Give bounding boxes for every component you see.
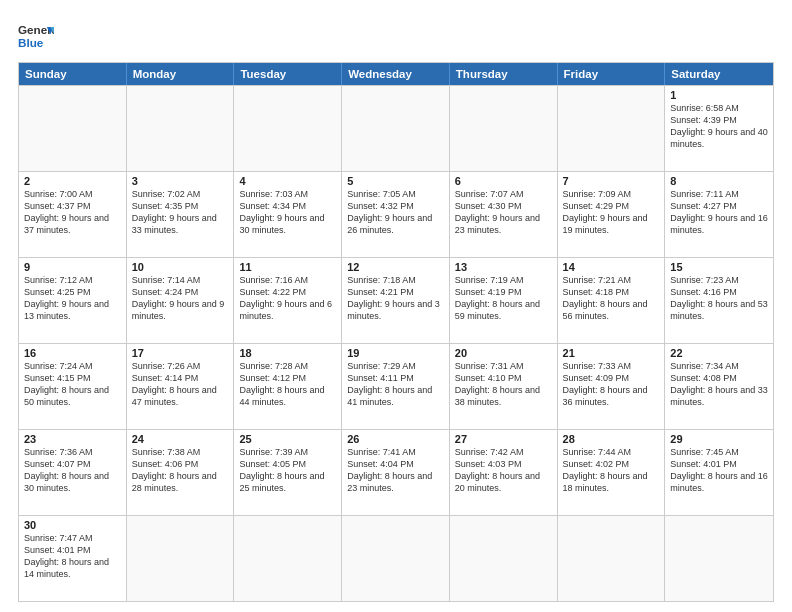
calendar-cell: 11Sunrise: 7:16 AM Sunset: 4:22 PM Dayli… xyxy=(234,258,342,343)
calendar-cell: 20Sunrise: 7:31 AM Sunset: 4:10 PM Dayli… xyxy=(450,344,558,429)
day-header-saturday: Saturday xyxy=(665,63,773,85)
calendar-cell: 24Sunrise: 7:38 AM Sunset: 4:06 PM Dayli… xyxy=(127,430,235,515)
day-header-tuesday: Tuesday xyxy=(234,63,342,85)
logo: General Blue xyxy=(18,18,54,54)
day-info: Sunrise: 7:34 AM Sunset: 4:08 PM Dayligh… xyxy=(670,360,768,409)
week-row-1: 2Sunrise: 7:00 AM Sunset: 4:37 PM Daylig… xyxy=(19,171,773,257)
day-number: 20 xyxy=(455,347,552,359)
day-info: Sunrise: 7:38 AM Sunset: 4:06 PM Dayligh… xyxy=(132,446,229,495)
day-number: 21 xyxy=(563,347,660,359)
calendar-cell: 30Sunrise: 7:47 AM Sunset: 4:01 PM Dayli… xyxy=(19,516,127,601)
day-info: Sunrise: 7:18 AM Sunset: 4:21 PM Dayligh… xyxy=(347,274,444,323)
day-info: Sunrise: 7:29 AM Sunset: 4:11 PM Dayligh… xyxy=(347,360,444,409)
day-number: 15 xyxy=(670,261,768,273)
day-info: Sunrise: 7:28 AM Sunset: 4:12 PM Dayligh… xyxy=(239,360,336,409)
day-number: 5 xyxy=(347,175,444,187)
calendar-cell: 3Sunrise: 7:02 AM Sunset: 4:35 PM Daylig… xyxy=(127,172,235,257)
header: General Blue xyxy=(18,18,774,54)
calendar-cell: 26Sunrise: 7:41 AM Sunset: 4:04 PM Dayli… xyxy=(342,430,450,515)
day-info: Sunrise: 7:47 AM Sunset: 4:01 PM Dayligh… xyxy=(24,532,121,581)
calendar-cell: 5Sunrise: 7:05 AM Sunset: 4:32 PM Daylig… xyxy=(342,172,450,257)
svg-text:Blue: Blue xyxy=(18,36,44,49)
day-number: 26 xyxy=(347,433,444,445)
day-info: Sunrise: 7:45 AM Sunset: 4:01 PM Dayligh… xyxy=(670,446,768,495)
calendar-cell xyxy=(342,86,450,171)
day-number: 2 xyxy=(24,175,121,187)
day-info: Sunrise: 7:24 AM Sunset: 4:15 PM Dayligh… xyxy=(24,360,121,409)
calendar-cell: 21Sunrise: 7:33 AM Sunset: 4:09 PM Dayli… xyxy=(558,344,666,429)
calendar-cell: 22Sunrise: 7:34 AM Sunset: 4:08 PM Dayli… xyxy=(665,344,773,429)
day-number: 1 xyxy=(670,89,768,101)
day-number: 10 xyxy=(132,261,229,273)
week-row-4: 23Sunrise: 7:36 AM Sunset: 4:07 PM Dayli… xyxy=(19,429,773,515)
day-number: 14 xyxy=(563,261,660,273)
day-info: Sunrise: 7:33 AM Sunset: 4:09 PM Dayligh… xyxy=(563,360,660,409)
day-info: Sunrise: 7:05 AM Sunset: 4:32 PM Dayligh… xyxy=(347,188,444,237)
calendar-cell xyxy=(450,516,558,601)
day-info: Sunrise: 7:16 AM Sunset: 4:22 PM Dayligh… xyxy=(239,274,336,323)
day-header-wednesday: Wednesday xyxy=(342,63,450,85)
calendar-cell: 8Sunrise: 7:11 AM Sunset: 4:27 PM Daylig… xyxy=(665,172,773,257)
calendar-cell: 27Sunrise: 7:42 AM Sunset: 4:03 PM Dayli… xyxy=(450,430,558,515)
calendar: SundayMondayTuesdayWednesdayThursdayFrid… xyxy=(18,62,774,602)
calendar-cell: 23Sunrise: 7:36 AM Sunset: 4:07 PM Dayli… xyxy=(19,430,127,515)
day-info: Sunrise: 7:39 AM Sunset: 4:05 PM Dayligh… xyxy=(239,446,336,495)
calendar-cell xyxy=(342,516,450,601)
calendar-cell xyxy=(234,516,342,601)
calendar-cell xyxy=(127,86,235,171)
day-info: Sunrise: 7:26 AM Sunset: 4:14 PM Dayligh… xyxy=(132,360,229,409)
day-info: Sunrise: 7:23 AM Sunset: 4:16 PM Dayligh… xyxy=(670,274,768,323)
calendar-cell xyxy=(19,86,127,171)
calendar-cell: 2Sunrise: 7:00 AM Sunset: 4:37 PM Daylig… xyxy=(19,172,127,257)
calendar-cell: 17Sunrise: 7:26 AM Sunset: 4:14 PM Dayli… xyxy=(127,344,235,429)
week-row-0: 1Sunrise: 6:58 AM Sunset: 4:39 PM Daylig… xyxy=(19,85,773,171)
page: General Blue SundayMondayTuesdayWednesda… xyxy=(0,0,792,612)
calendar-cell xyxy=(665,516,773,601)
calendar-cell xyxy=(234,86,342,171)
day-number: 18 xyxy=(239,347,336,359)
calendar-cell xyxy=(558,516,666,601)
day-info: Sunrise: 7:03 AM Sunset: 4:34 PM Dayligh… xyxy=(239,188,336,237)
day-info: Sunrise: 7:12 AM Sunset: 4:25 PM Dayligh… xyxy=(24,274,121,323)
calendar-cell: 15Sunrise: 7:23 AM Sunset: 4:16 PM Dayli… xyxy=(665,258,773,343)
day-number: 7 xyxy=(563,175,660,187)
calendar-cell: 18Sunrise: 7:28 AM Sunset: 4:12 PM Dayli… xyxy=(234,344,342,429)
calendar-cell: 29Sunrise: 7:45 AM Sunset: 4:01 PM Dayli… xyxy=(665,430,773,515)
day-info: Sunrise: 7:07 AM Sunset: 4:30 PM Dayligh… xyxy=(455,188,552,237)
weeks: 1Sunrise: 6:58 AM Sunset: 4:39 PM Daylig… xyxy=(19,85,773,601)
week-row-5: 30Sunrise: 7:47 AM Sunset: 4:01 PM Dayli… xyxy=(19,515,773,601)
calendar-cell: 19Sunrise: 7:29 AM Sunset: 4:11 PM Dayli… xyxy=(342,344,450,429)
day-header-thursday: Thursday xyxy=(450,63,558,85)
day-info: Sunrise: 7:41 AM Sunset: 4:04 PM Dayligh… xyxy=(347,446,444,495)
calendar-cell xyxy=(450,86,558,171)
logo-icon: General Blue xyxy=(18,18,54,54)
day-number: 8 xyxy=(670,175,768,187)
calendar-cell: 28Sunrise: 7:44 AM Sunset: 4:02 PM Dayli… xyxy=(558,430,666,515)
week-row-2: 9Sunrise: 7:12 AM Sunset: 4:25 PM Daylig… xyxy=(19,257,773,343)
day-info: Sunrise: 7:00 AM Sunset: 4:37 PM Dayligh… xyxy=(24,188,121,237)
day-number: 12 xyxy=(347,261,444,273)
day-info: Sunrise: 7:19 AM Sunset: 4:19 PM Dayligh… xyxy=(455,274,552,323)
calendar-cell xyxy=(127,516,235,601)
day-headers: SundayMondayTuesdayWednesdayThursdayFrid… xyxy=(19,63,773,85)
day-number: 6 xyxy=(455,175,552,187)
day-header-monday: Monday xyxy=(127,63,235,85)
calendar-cell: 4Sunrise: 7:03 AM Sunset: 4:34 PM Daylig… xyxy=(234,172,342,257)
day-number: 29 xyxy=(670,433,768,445)
day-info: Sunrise: 7:36 AM Sunset: 4:07 PM Dayligh… xyxy=(24,446,121,495)
calendar-cell: 6Sunrise: 7:07 AM Sunset: 4:30 PM Daylig… xyxy=(450,172,558,257)
day-number: 9 xyxy=(24,261,121,273)
day-info: Sunrise: 7:11 AM Sunset: 4:27 PM Dayligh… xyxy=(670,188,768,237)
day-info: Sunrise: 7:02 AM Sunset: 4:35 PM Dayligh… xyxy=(132,188,229,237)
calendar-cell: 13Sunrise: 7:19 AM Sunset: 4:19 PM Dayli… xyxy=(450,258,558,343)
day-header-sunday: Sunday xyxy=(19,63,127,85)
day-info: Sunrise: 7:31 AM Sunset: 4:10 PM Dayligh… xyxy=(455,360,552,409)
calendar-cell xyxy=(558,86,666,171)
day-number: 19 xyxy=(347,347,444,359)
day-number: 11 xyxy=(239,261,336,273)
calendar-cell: 10Sunrise: 7:14 AM Sunset: 4:24 PM Dayli… xyxy=(127,258,235,343)
calendar-cell: 7Sunrise: 7:09 AM Sunset: 4:29 PM Daylig… xyxy=(558,172,666,257)
day-info: Sunrise: 7:44 AM Sunset: 4:02 PM Dayligh… xyxy=(563,446,660,495)
day-info: Sunrise: 7:21 AM Sunset: 4:18 PM Dayligh… xyxy=(563,274,660,323)
calendar-cell: 9Sunrise: 7:12 AM Sunset: 4:25 PM Daylig… xyxy=(19,258,127,343)
